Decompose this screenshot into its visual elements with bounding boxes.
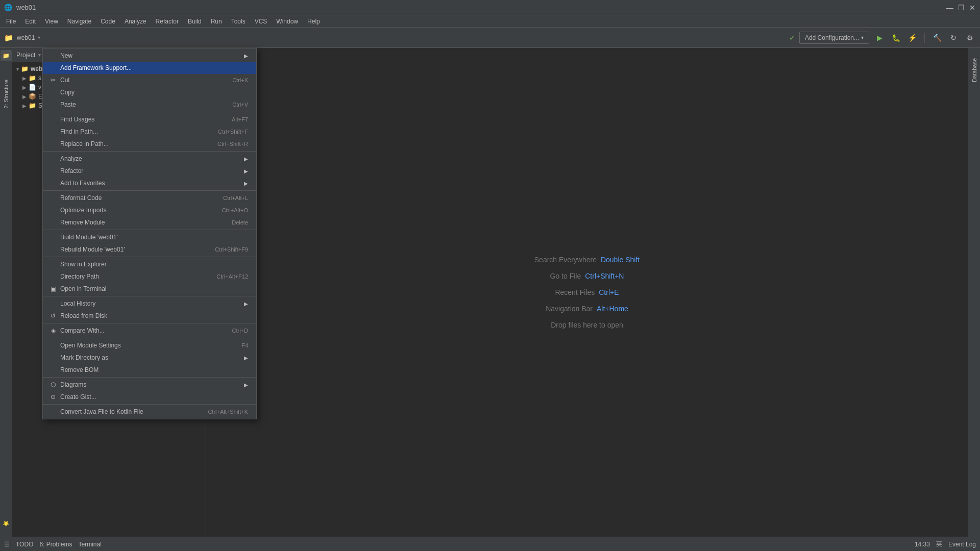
find-usages-icon bbox=[49, 115, 57, 123]
project-icon: 📁 bbox=[4, 34, 13, 42]
status-bar-icon: ☰ bbox=[4, 541, 10, 548]
ctx-item-optimize-imports[interactable]: Optimize Imports Ctrl+Alt+O bbox=[43, 204, 256, 216]
ctx-item-local-history[interactable]: Local History bbox=[43, 297, 256, 310]
ctx-item-reload-from-disk[interactable]: ↺ Reload from Disk bbox=[43, 310, 256, 322]
menu-code[interactable]: Code bbox=[96, 17, 119, 26]
ctx-item-directory-path[interactable]: Directory Path Ctrl+Alt+F12 bbox=[43, 270, 256, 283]
ctx-sep-8 bbox=[43, 338, 256, 338]
project-label: web01 bbox=[17, 34, 35, 41]
rebuild-module-icon bbox=[49, 245, 57, 254]
ctx-item-analyze[interactable]: Analyze bbox=[43, 153, 256, 165]
find-in-path-icon bbox=[49, 128, 57, 136]
ctx-item-open-module-settings[interactable]: Open Module Settings F4 bbox=[43, 339, 256, 352]
minimize-button[interactable]: — bbox=[946, 4, 953, 11]
ctx-item-create-gist[interactable]: ⊙ Create Gist... bbox=[43, 391, 256, 403]
ctx-item-add-framework[interactable]: Add Framework Support... bbox=[43, 62, 256, 74]
tree-expand-scra-icon: ▶ bbox=[22, 103, 27, 109]
build-module-icon bbox=[49, 233, 57, 241]
ctx-sep-5 bbox=[43, 257, 256, 257]
tree-expand-icon: ▾ bbox=[16, 66, 19, 72]
reload-icon: ↺ bbox=[49, 312, 57, 320]
editor-area: Search Everywhere Double Shift Go to Fil… bbox=[206, 48, 968, 537]
status-problems[interactable]: 6: Problems bbox=[39, 541, 72, 548]
title-bar-title: web01 bbox=[16, 4, 36, 11]
close-button[interactable]: ✕ bbox=[969, 4, 976, 11]
sidebar-label-structure[interactable]: 2: Structure bbox=[1, 76, 11, 113]
ctx-item-build-module[interactable]: Build Module 'web01' bbox=[43, 231, 256, 243]
run-button[interactable]: ▶ bbox=[873, 32, 886, 44]
status-encoding: 英 bbox=[936, 540, 942, 548]
menu-view[interactable]: View bbox=[41, 17, 62, 26]
sidebar-label-database[interactable]: Database bbox=[969, 54, 979, 86]
sidebar-label-favorites[interactable]: ⭐ bbox=[1, 517, 11, 531]
ctx-sep-2 bbox=[43, 151, 256, 152]
cut-icon: ✂ bbox=[49, 76, 57, 84]
menu-file[interactable]: File bbox=[2, 17, 20, 26]
debug-button[interactable]: 🐛 bbox=[890, 32, 902, 44]
add-configuration-button[interactable]: Add Configuration... ▾ bbox=[799, 32, 869, 44]
s-folder-icon: 📁 bbox=[29, 74, 36, 82]
ctx-item-diagrams[interactable]: ⬡ Diagrams bbox=[43, 379, 256, 391]
optimize-icon bbox=[49, 206, 57, 214]
project-dropdown-chevron[interactable]: ▾ bbox=[38, 52, 41, 58]
menu-help[interactable]: Help bbox=[303, 17, 324, 26]
ctx-item-replace-in-path[interactable]: Replace in Path... Ctrl+Shift+R bbox=[43, 138, 256, 150]
ctx-item-open-in-terminal[interactable]: ▣ Open in Terminal bbox=[43, 283, 256, 295]
ctx-item-remove-bom[interactable]: Remove BOM bbox=[43, 364, 256, 376]
ctx-item-rebuild-module[interactable]: Rebuild Module 'web01' Ctrl+Shift+F9 bbox=[43, 243, 256, 256]
ctx-item-show-in-explorer[interactable]: Show in Explorer bbox=[43, 258, 256, 270]
build-button[interactable]: 🔨 bbox=[931, 32, 943, 44]
ctx-sep-7 bbox=[43, 323, 256, 323]
ctx-item-paste[interactable]: Paste Ctrl+V bbox=[43, 98, 256, 111]
ctx-sep-3 bbox=[43, 190, 256, 191]
v-file-icon: 📄 bbox=[29, 84, 36, 91]
hint-recent-files: Recent Files Ctrl+E bbox=[555, 288, 619, 296]
menu-vcs[interactable]: VCS bbox=[251, 17, 272, 26]
settings-toolbar-button[interactable]: ⚙ bbox=[964, 32, 976, 44]
maximize-button[interactable]: ❐ bbox=[958, 4, 965, 11]
project-dropdown-icon[interactable]: ▾ bbox=[38, 35, 40, 40]
menu-refactor[interactable]: Refactor bbox=[152, 17, 183, 26]
ctx-item-mark-directory[interactable]: Mark Directory as bbox=[43, 352, 256, 364]
gist-icon: ⊙ bbox=[49, 393, 57, 401]
sync-button[interactable]: ↻ bbox=[947, 32, 960, 44]
sidebar-tab-project[interactable]: 📁 bbox=[1, 50, 12, 61]
menu-window[interactable]: Window bbox=[272, 17, 302, 26]
status-todo[interactable]: TODO bbox=[16, 541, 33, 548]
toolbar: 📁 web01 ▾ ✓ Add Configuration... ▾ ▶ 🐛 ⚡… bbox=[0, 28, 980, 48]
ctx-item-find-usages[interactable]: Find Usages Alt+F7 bbox=[43, 113, 256, 126]
ctx-item-cut[interactable]: ✂ Cut Ctrl+X bbox=[43, 74, 256, 86]
project-title: Project bbox=[16, 52, 35, 59]
directory-path-icon bbox=[49, 272, 57, 281]
hint-go-to-file: Go to File Ctrl+Shift+N bbox=[550, 272, 624, 280]
coverage-button[interactable]: ⚡ bbox=[906, 32, 918, 44]
remove-module-icon bbox=[49, 218, 57, 227]
ctx-item-reformat[interactable]: Reformat Code Ctrl+Alt+L bbox=[43, 192, 256, 204]
ctx-item-find-in-path[interactable]: Find in Path... Ctrl+Shift+F bbox=[43, 126, 256, 138]
menu-analyze[interactable]: Analyze bbox=[120, 17, 151, 26]
diagrams-icon: ⬡ bbox=[49, 381, 57, 389]
menu-edit[interactable]: Edit bbox=[21, 17, 40, 26]
ctx-item-remove-module[interactable]: Remove Module Delete bbox=[43, 216, 256, 229]
menu-tools[interactable]: Tools bbox=[227, 17, 250, 26]
ctx-item-refactor[interactable]: Refactor bbox=[43, 165, 256, 177]
ctx-item-compare-with[interactable]: ◈ Compare With... Ctrl+D bbox=[43, 324, 256, 337]
ctx-item-convert-java[interactable]: Convert Java File to Kotlin File Ctrl+Al… bbox=[43, 406, 256, 418]
status-terminal[interactable]: Terminal bbox=[78, 541, 101, 548]
hint-navigation-bar: Navigation Bar Alt+Home bbox=[546, 305, 628, 313]
status-bar: ☰ TODO 6: Problems Terminal 14:33 英 Even… bbox=[0, 537, 980, 551]
hint-drop-files: Drop files here to open bbox=[551, 321, 623, 329]
ctx-item-new[interactable]: New bbox=[43, 49, 256, 62]
ctx-item-add-to-favorites[interactable]: Add to Favorites bbox=[43, 177, 256, 189]
status-event-log[interactable]: Event Log bbox=[948, 541, 976, 548]
menu-run[interactable]: Run bbox=[207, 17, 226, 26]
reformat-icon bbox=[49, 194, 57, 202]
ctx-item-copy[interactable]: Copy bbox=[43, 86, 256, 98]
favorites-icon bbox=[49, 179, 57, 187]
paste-icon bbox=[49, 101, 57, 109]
menu-navigate[interactable]: Navigate bbox=[63, 17, 95, 26]
mark-dir-icon bbox=[49, 354, 57, 362]
scra-folder-icon: 📁 bbox=[29, 102, 36, 109]
menu-build[interactable]: Build bbox=[184, 17, 206, 26]
local-history-icon bbox=[49, 299, 57, 308]
